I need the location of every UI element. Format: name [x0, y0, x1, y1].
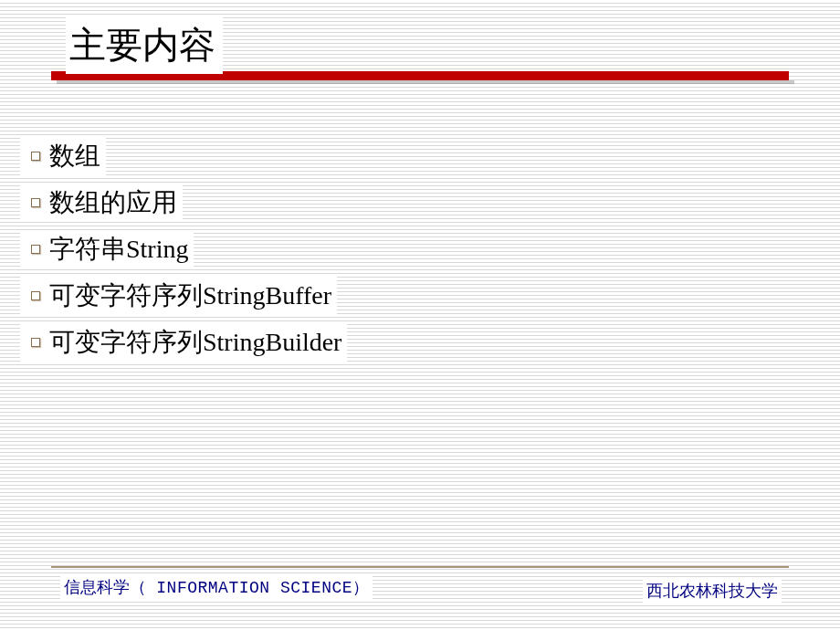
list-item: 可变字符序列StringBuffer	[20, 277, 337, 315]
footer-divider	[51, 566, 789, 568]
list-item: 数组	[20, 137, 106, 175]
footer-left-en: INFORMATION SCIENCE	[146, 579, 352, 597]
bullet-icon	[22, 194, 49, 211]
bullet-icon	[22, 241, 49, 257]
bullet-icon	[22, 288, 49, 304]
title-underline-shadow	[57, 80, 794, 84]
item-text: 可变字符序列StringBuilder	[49, 325, 341, 360]
list-item: 数组的应用	[20, 184, 183, 222]
content-list: 数组 数组的应用 字符串String 可变字符序列StringBuffer 可变…	[20, 137, 347, 370]
slide-title: 主要内容	[69, 20, 215, 70]
footer-right: 西北农林科技大学	[643, 579, 782, 603]
footer-left: 信息科学（ INFORMATION SCIENCE）	[60, 575, 373, 599]
title-area: 主要内容	[66, 16, 223, 74]
item-text: 数组	[49, 139, 100, 173]
item-text: 数组的应用	[49, 185, 177, 220]
bullet-icon	[22, 334, 49, 351]
list-item: 可变字符序列StringBuilder	[20, 323, 347, 362]
slide: 主要内容 数组 数组的应用 字符串String 可变字符序列StringBuff…	[0, 0, 840, 630]
item-text: 可变字符序列StringBuffer	[49, 278, 331, 313]
footer-left-close: ）	[352, 578, 369, 596]
item-text: 字符串String	[49, 232, 188, 267]
footer-left-cn: 信息科学（	[64, 578, 146, 596]
bullet-icon	[22, 148, 49, 164]
list-item: 字符串String	[20, 230, 194, 268]
